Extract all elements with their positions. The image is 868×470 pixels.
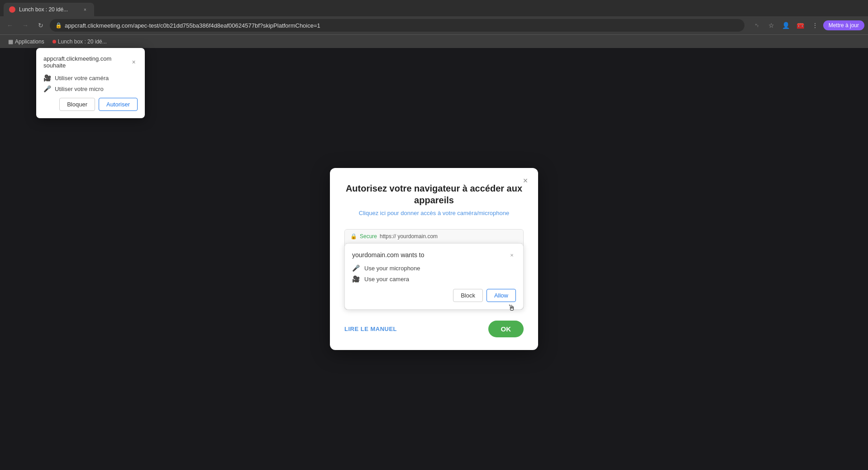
cast-icon[interactable]: ␉ — [751, 19, 763, 32]
chrome-mic-icon: 🎤 — [352, 264, 360, 272]
read-manual-link[interactable]: LIRE LE MANUEL — [344, 326, 397, 332]
address-bar[interactable]: 🔒 appcraft.clickmeeting.com/apec-test/c0… — [50, 19, 744, 32]
bookmark-favicon — [52, 40, 56, 43]
chrome-block-button[interactable]: Block — [453, 289, 483, 302]
bookmark-icon[interactable]: ☆ — [765, 19, 778, 32]
bookmark-label: Lunch box : 20 idé... — [58, 38, 107, 45]
micro-label: Utiliser votre micro — [55, 86, 104, 92]
simulated-browser: 🔒 Secure https:// yourdomain.com yourdom… — [344, 229, 524, 310]
tab-favicon — [9, 6, 15, 13]
main-modal-title: Autorisez votre navigateur à accéder aux… — [344, 182, 524, 206]
ok-button[interactable]: OK — [488, 321, 524, 337]
camera-label: Utiliser votre caméra — [55, 75, 109, 82]
popup-micro-permission: 🎤 Utiliser votre micro — [43, 85, 138, 92]
tab-label: Lunch box : 20 idé... — [19, 6, 78, 13]
apps-bookmarks-button[interactable]: ▦ Applications — [5, 37, 47, 46]
sim-url: https:// yourdomain.com — [380, 233, 438, 240]
profile-icon[interactable]: 👤 — [780, 19, 792, 32]
chrome-camera-permission: 🎥 Use your camera — [352, 275, 516, 283]
page-content: appcraft.clickmeeting.com souhaite × 🎥 U… — [0, 48, 868, 470]
popup-camera-permission: 🎥 Utiliser votre caméra — [43, 74, 138, 82]
address-url: appcraft.clickmeeting.com/apec-test/c0b2… — [65, 22, 739, 29]
popup-authorize-button[interactable]: Autoriser — [99, 98, 138, 111]
sim-lock-icon: 🔒 — [350, 233, 357, 240]
main-modal: × Autorisez votre navigateur à accéder a… — [330, 168, 538, 350]
chrome-permission-popup: yourdomain.com wants to × 🎤 Use your mic… — [344, 243, 524, 310]
chrome-camera-icon: 🎥 — [352, 275, 360, 283]
menu-icon[interactable]: ⋮ — [809, 19, 821, 32]
chrome-mic-label: Use your microphone — [364, 265, 420, 272]
chrome-mic-permission: 🎤 Use your microphone — [352, 264, 516, 272]
sim-address-bar: 🔒 Secure https:// yourdomain.com — [345, 230, 523, 244]
toolbar-icons: ␉ ☆ 👤 🧰 ⋮ Mettre à jour — [751, 19, 864, 32]
chrome-camera-label: Use your camera — [364, 276, 409, 283]
back-button[interactable]: ← — [4, 19, 16, 32]
reload-button[interactable]: ↻ — [34, 19, 47, 32]
sim-secure-label: Secure — [360, 233, 377, 240]
main-modal-subtitle[interactable]: Cliquez ici pour donner accès à votre ca… — [344, 210, 524, 216]
address-bar-row: ← → ↻ 🔒 appcraft.clickmeeting.com/apec-t… — [0, 16, 868, 34]
popup-close-button[interactable]: × — [130, 58, 138, 66]
chrome-popup-header: yourdomain.com wants to × — [352, 251, 516, 259]
browser-chrome: Lunch box : 20 idé... × ← → ↻ 🔒 appcraft… — [0, 0, 868, 48]
apps-grid-icon: ▦ — [8, 38, 13, 45]
cursor-icon: 🖱 — [508, 303, 516, 313]
chrome-allow-button[interactable]: Allow — [486, 289, 516, 302]
main-modal-footer: LIRE LE MANUEL OK — [344, 321, 524, 337]
browser-permission-popup: appcraft.clickmeeting.com souhaite × 🎥 U… — [36, 48, 145, 118]
forward-button[interactable]: → — [19, 19, 32, 32]
chrome-popup-title: yourdomain.com wants to — [352, 251, 424, 259]
extension-icon[interactable]: 🧰 — [794, 19, 807, 32]
chrome-popup-close-button[interactable]: × — [508, 251, 516, 259]
update-button[interactable]: Mettre à jour — [823, 20, 864, 30]
main-modal-close-button[interactable]: × — [519, 174, 532, 187]
apps-label: Applications — [15, 38, 44, 45]
popup-site-name: appcraft.clickmeeting.com souhaite — [43, 55, 130, 69]
tab-bar: Lunch box : 20 idé... × — [0, 0, 868, 16]
bookmarks-bar: ▦ Applications Lunch box : 20 idé... — [0, 34, 868, 48]
tab-close-button[interactable]: × — [81, 6, 89, 13]
microphone-icon: 🎤 — [43, 85, 51, 92]
chrome-popup-buttons: Block Allow — [352, 289, 516, 302]
popup-header: appcraft.clickmeeting.com souhaite × — [43, 55, 138, 69]
camera-icon: 🎥 — [43, 74, 51, 82]
active-tab[interactable]: Lunch box : 20 idé... × — [4, 3, 94, 16]
popup-block-button[interactable]: Bloquer — [59, 98, 95, 111]
bookmark-lunchbox[interactable]: Lunch box : 20 idé... — [49, 37, 110, 46]
popup-buttons: Bloquer Autoriser — [43, 98, 138, 111]
